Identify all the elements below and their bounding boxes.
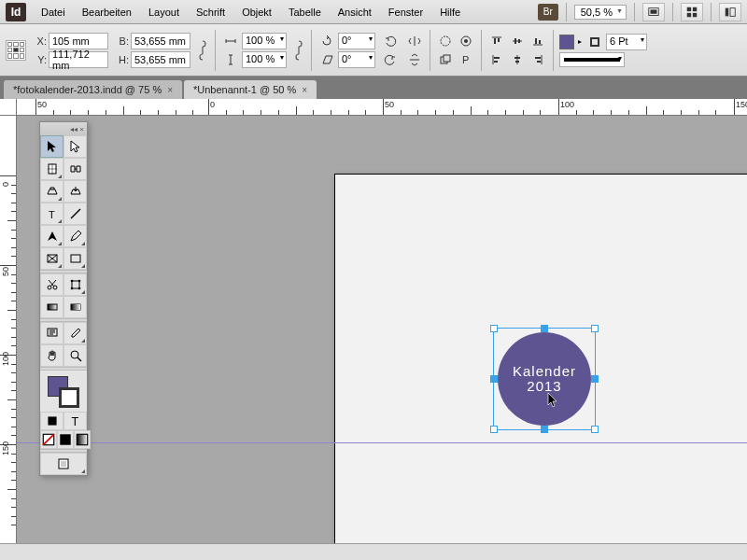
type-on-path-icon[interactable]: P xyxy=(457,51,475,68)
arrange-icon[interactable] xyxy=(681,3,703,21)
flip-h-icon[interactable] xyxy=(405,33,424,49)
guide[interactable] xyxy=(17,442,747,443)
eyedropper-tool[interactable] xyxy=(63,322,87,344)
svg-rect-6 xyxy=(726,7,729,16)
apply-color-container-icon[interactable] xyxy=(40,412,63,430)
fill-stroke-swatch[interactable] xyxy=(40,371,87,412)
horizontal-ruler[interactable]: 50050100150200 xyxy=(17,99,747,116)
align-bottom-icon[interactable] xyxy=(529,33,547,49)
zoom-level-combo[interactable]: 50,5 % xyxy=(574,5,627,20)
rotate-ccw-icon[interactable] xyxy=(381,51,400,68)
align-top-icon[interactable] xyxy=(487,33,506,49)
svg-rect-2 xyxy=(687,7,691,10)
svg-rect-17 xyxy=(518,39,520,43)
menu-bearbeiten[interactable]: Bearbeiten xyxy=(75,3,139,21)
separator xyxy=(553,30,554,71)
screen-mode-icon[interactable] xyxy=(642,3,665,21)
document-tab[interactable]: *Unbenannt-1 @ 50 % × xyxy=(184,80,317,99)
content-collector-tool[interactable] xyxy=(40,180,63,203)
rectangle-tool[interactable] xyxy=(63,247,87,270)
swatch-arrow-icon[interactable]: ▸ xyxy=(576,37,584,46)
menu-hilfe[interactable]: Hilfe xyxy=(432,3,468,21)
menu-tabelle[interactable]: Tabelle xyxy=(281,3,329,21)
svg-rect-5 xyxy=(693,12,697,16)
document-tab[interactable]: *fotokalender-2013.indd @ 75 % × xyxy=(4,80,182,99)
line-tool[interactable] xyxy=(63,203,87,225)
align-right-icon[interactable] xyxy=(529,51,547,68)
height-field[interactable]: 53,655 mm xyxy=(131,51,190,68)
svg-rect-25 xyxy=(537,61,541,63)
apply-color-text-icon[interactable]: T xyxy=(63,412,87,430)
svg-rect-16 xyxy=(514,38,516,44)
hand-tool[interactable] xyxy=(40,344,63,367)
stroke-color-icon[interactable] xyxy=(59,387,79,408)
separator xyxy=(311,30,312,71)
rotate-cw-icon[interactable] xyxy=(381,33,400,49)
workspace-switcher-icon[interactable] xyxy=(719,3,741,21)
flip-v-icon[interactable] xyxy=(405,51,424,68)
select-container-icon[interactable] xyxy=(436,33,455,49)
shear-field[interactable]: 0° xyxy=(338,51,375,68)
menu-layout[interactable]: Layout xyxy=(141,3,187,21)
note-tool[interactable] xyxy=(40,322,63,344)
collapse-icon[interactable]: ◂◂ xyxy=(70,125,78,133)
gradient-feather-tool[interactable] xyxy=(63,296,87,318)
menu-schrift[interactable]: Schrift xyxy=(189,3,233,21)
stroke-style-combo[interactable] xyxy=(559,52,625,67)
scale-x-icon xyxy=(221,33,240,49)
scissors-tool[interactable] xyxy=(40,273,63,296)
tools-panel[interactable]: ◂◂× T T xyxy=(39,121,88,476)
select-content-icon[interactable] xyxy=(457,33,475,49)
constrain-proportions-icon[interactable] xyxy=(196,35,209,66)
menu-ansicht[interactable]: Ansicht xyxy=(331,3,379,21)
separator xyxy=(430,30,430,71)
vertical-ruler[interactable]: 050100150 xyxy=(0,116,17,543)
x-field[interactable]: 105 mm xyxy=(49,33,108,49)
svg-rect-24 xyxy=(535,57,541,59)
type-tool[interactable]: T xyxy=(40,203,63,225)
reference-point-proxy[interactable] xyxy=(6,40,26,61)
constrain-scale-icon[interactable] xyxy=(292,35,305,66)
menu-fenster[interactable]: Fenster xyxy=(381,3,430,21)
svg-text:T: T xyxy=(49,209,55,220)
close-icon[interactable]: × xyxy=(79,125,84,133)
view-mode-icon[interactable] xyxy=(40,453,87,475)
ruler-origin[interactable] xyxy=(0,99,17,116)
apply-none-icon[interactable] xyxy=(40,430,57,449)
pencil-tool[interactable] xyxy=(63,225,87,247)
pen-tool[interactable] xyxy=(40,225,63,247)
gap-tool[interactable] xyxy=(63,158,87,180)
select-prev-icon[interactable] xyxy=(436,51,455,68)
y-field[interactable]: 111,712 mm xyxy=(49,51,108,68)
close-icon[interactable]: × xyxy=(167,85,173,95)
bridge-icon[interactable]: Br xyxy=(538,4,558,21)
fill-swatch[interactable] xyxy=(559,35,574,49)
free-transform-tool[interactable] xyxy=(63,273,87,296)
align-left-icon[interactable] xyxy=(487,51,506,68)
tab-label: *fotokalender-2013.indd @ 75 % xyxy=(13,84,162,95)
stroke-weight-field[interactable]: 6 Pt xyxy=(606,34,647,50)
stroke-align-icon[interactable] xyxy=(585,34,604,50)
apply-gradient-icon[interactable] xyxy=(74,430,91,449)
zoom-tool[interactable] xyxy=(63,344,87,367)
rotate-field[interactable]: 0° xyxy=(338,33,375,49)
separator xyxy=(711,3,712,21)
width-field[interactable]: 53,655 mm xyxy=(131,33,190,49)
scale-x-field[interactable]: 100 % xyxy=(242,33,287,49)
panel-header[interactable]: ◂◂× xyxy=(40,122,87,135)
menu-datei[interactable]: Datei xyxy=(34,3,73,21)
scale-y-field[interactable]: 100 % xyxy=(242,51,287,68)
page-tool[interactable] xyxy=(40,158,63,180)
canvas[interactable]: Kalender 2013 xyxy=(17,116,747,543)
menu-objekt[interactable]: Objekt xyxy=(234,3,279,21)
align-vcenter-icon[interactable] xyxy=(508,33,527,49)
svg-rect-51 xyxy=(60,434,70,444)
gradient-swatch-tool[interactable] xyxy=(40,296,63,318)
apply-solid-icon[interactable] xyxy=(57,430,74,449)
rectangle-frame-tool[interactable] xyxy=(40,247,63,270)
direct-selection-tool[interactable] xyxy=(63,135,87,158)
selection-tool[interactable] xyxy=(40,135,63,158)
close-icon[interactable]: × xyxy=(302,85,307,95)
content-placer-tool[interactable] xyxy=(63,180,87,203)
align-hcenter-icon[interactable] xyxy=(508,51,527,68)
